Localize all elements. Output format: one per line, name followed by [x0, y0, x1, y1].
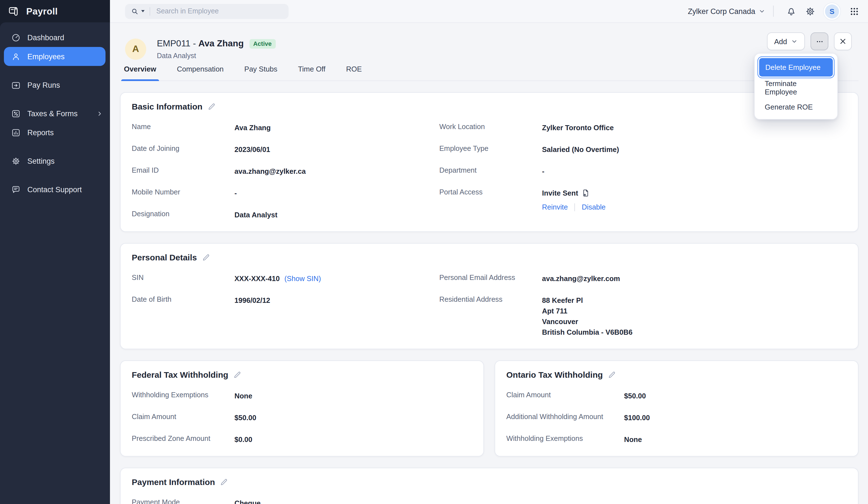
address-line: Apt 711 — [542, 306, 847, 316]
employee-designation: Data Analyst — [157, 52, 276, 60]
employee-avatar-initial: A — [132, 43, 139, 55]
sidebar-header: Payroll — [0, 0, 110, 22]
edit-payment-information-button[interactable] — [220, 478, 228, 486]
sidebar-item-label: Taxes & Forms — [27, 109, 78, 118]
chevron-down-icon — [758, 8, 765, 14]
field-label: Prescribed Zone Amount — [132, 434, 235, 443]
edit-ontario-tax-button[interactable] — [608, 371, 616, 379]
sidebar-item-dashboard[interactable]: Dashboard — [0, 28, 110, 47]
menu-item-delete-employee[interactable]: Delete Employee — [757, 57, 835, 78]
field-label: Claim Amount — [506, 391, 624, 399]
sidebar: Payroll Dashboard Employees — [0, 0, 110, 504]
employees-icon — [11, 52, 21, 61]
field-row: Additional Withholding Amount $100.00 — [506, 412, 847, 423]
sidebar-item-employees[interactable]: Employees — [4, 47, 105, 66]
apps-grid-button[interactable] — [845, 2, 864, 21]
tab-time-off[interactable]: Time Off — [297, 65, 327, 80]
settings-gear-icon — [11, 156, 21, 166]
edit-pencil-icon — [220, 478, 228, 486]
federal-tax-withholding-card: Federal Tax Withholding Withholding Exem… — [120, 360, 484, 456]
field-row-portal-access: Portal Access Invite Sent — [439, 188, 847, 211]
close-icon — [839, 38, 847, 45]
close-button[interactable] — [834, 32, 852, 50]
chevron-right-icon — [96, 110, 103, 117]
employee-avatar: A — [125, 39, 146, 60]
more-options-button[interactable] — [810, 32, 828, 50]
field-value: - — [235, 188, 417, 198]
menu-item-generate-roe[interactable]: Generate ROE — [757, 97, 835, 116]
notifications-bell-button[interactable] — [782, 2, 800, 21]
field-label: Withholding Exemptions — [132, 391, 235, 399]
search-icon — [131, 7, 139, 16]
sidebar-group-spacer — [0, 170, 110, 180]
field-value: Data Analyst — [235, 210, 417, 220]
field-value: $50.00 — [235, 412, 472, 423]
tab-overview[interactable]: Overview — [123, 65, 157, 80]
sidebar-item-reports[interactable]: Reports — [0, 123, 110, 142]
header-actions: Add — [767, 32, 852, 50]
tab-content: Basic Information Name Ava Zhang — [120, 92, 858, 504]
field-label: Claim Amount — [132, 412, 235, 421]
sidebar-item-settings[interactable]: Settings — [0, 151, 110, 170]
address-line: 88 Keefer Pl — [542, 295, 847, 306]
field-row: Claim Amount $50.00 — [132, 412, 472, 423]
field-label: Personal Email Address — [439, 273, 542, 282]
sidebar-item-pay-runs[interactable]: Pay Runs — [0, 75, 110, 94]
edit-pencil-icon — [608, 371, 616, 379]
employee-info: EMP011 - Ava Zhang Active Data Analyst — [157, 39, 276, 60]
add-button-label: Add — [774, 37, 787, 46]
org-switcher[interactable]: Zylker Corp Canada — [688, 7, 765, 16]
field-label: SIN — [132, 273, 235, 282]
org-name: Zylker Corp Canada — [688, 7, 755, 16]
sidebar-item-contact-support[interactable]: Contact Support — [0, 180, 110, 199]
disable-link[interactable]: Disable — [582, 203, 606, 211]
sidebar-item-label: Settings — [27, 157, 55, 165]
menu-item-terminate-employee[interactable]: Terminate Employee — [757, 78, 835, 97]
reports-icon — [11, 128, 21, 137]
edit-basic-information-button[interactable] — [207, 102, 215, 110]
edit-federal-tax-button[interactable] — [233, 371, 241, 379]
field-value: $0.00 — [235, 434, 472, 445]
apps-grid-icon — [849, 7, 859, 16]
topbar-right: Zylker Corp Canada — [688, 2, 864, 21]
field-label: Date of Joining — [132, 144, 235, 152]
ontario-tax-withholding-card: Ontario Tax Withholding Claim Amount $50… — [495, 360, 858, 456]
field-row: Designation Data Analyst — [132, 210, 417, 220]
card-title: Federal Tax Withholding — [132, 370, 228, 380]
settings-button[interactable] — [800, 2, 819, 21]
sidebar-group-spacer — [0, 94, 110, 104]
card-title: Ontario Tax Withholding — [506, 370, 603, 380]
portal-access-value: Invite Sent Reinvite — [542, 188, 847, 211]
edit-personal-details-button[interactable] — [202, 253, 210, 261]
sin-value: XXX-XXX-410 — [235, 274, 280, 283]
field-row: Name Ava Zhang — [132, 122, 417, 133]
field-label: Name — [132, 122, 235, 131]
invite-sent-document-icon — [581, 189, 590, 197]
field-value: Cheque — [235, 498, 847, 504]
global-search[interactable] — [125, 4, 289, 19]
tab-pay-stubs[interactable]: Pay Stubs — [243, 65, 279, 80]
tab-roe[interactable]: ROE — [345, 65, 363, 80]
field-value: Zylker Toronto Office — [542, 122, 847, 133]
add-button[interactable]: Add — [767, 32, 805, 50]
reinvite-link[interactable]: Reinvite — [542, 203, 568, 211]
search-divider — [149, 7, 150, 16]
sidebar-item-label: Pay Runs — [27, 81, 60, 89]
show-sin-link[interactable]: (Show SIN) — [285, 274, 321, 283]
field-value: - — [542, 166, 847, 177]
search-scope-caret-icon[interactable] — [141, 10, 145, 12]
search-input[interactable] — [155, 7, 283, 16]
link-divider — [575, 203, 575, 211]
tab-compensation[interactable]: Compensation — [176, 65, 225, 80]
page-title: EMP011 - Ava Zhang — [157, 39, 244, 49]
sidebar-item-taxes-forms[interactable]: Taxes & Forms — [0, 104, 110, 123]
field-value: $100.00 — [624, 412, 847, 423]
payment-information-card: Payment Information Payment Mode Cheque — [120, 468, 858, 504]
app-title: Payroll — [26, 6, 58, 17]
user-avatar[interactable]: S — [825, 4, 839, 18]
payroll-cheque-icon — [8, 5, 21, 17]
sidebar-item-label: Dashboard — [27, 33, 64, 42]
employee-code: EMP011 - — [157, 39, 198, 48]
sin-value-wrap: XXX-XXX-410 (Show SIN) — [235, 273, 417, 284]
sidebar-item-label: Reports — [27, 128, 54, 137]
